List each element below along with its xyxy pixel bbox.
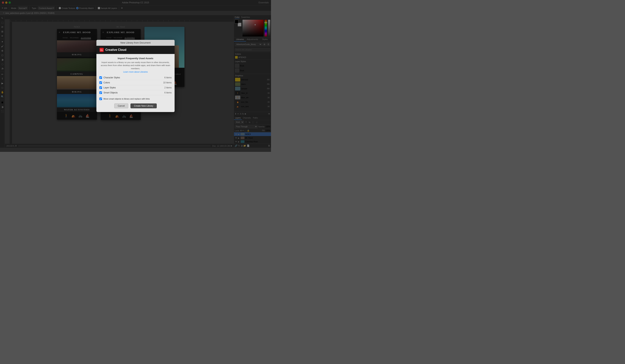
svg-text:Cc: Cc (100, 49, 103, 51)
modal-section-title: Import Frequently Used Assets (99, 57, 172, 60)
modal-smart-objects: Smart Objects 6 items (99, 90, 172, 95)
character-styles-checkbox[interactable] (99, 76, 102, 79)
cc-title: Creative Cloud (105, 48, 126, 52)
colors-label: Colors (103, 81, 163, 84)
colors-checkbox[interactable] (99, 81, 102, 84)
smart-objects-label: Smart Objects (103, 91, 164, 94)
cancel-button[interactable]: Cancel (114, 103, 128, 108)
colors-count: 10 items (163, 81, 172, 84)
smart-objects-checkbox[interactable] (99, 91, 102, 94)
layer-styles-checkbox[interactable] (99, 86, 102, 89)
modal-layer-styles: Layer Styles 2 items (99, 85, 172, 90)
modal-header: New Library from Document (96, 40, 175, 46)
create-new-library-button[interactable]: Create New Library (130, 103, 157, 108)
smart-obj-move-checkbox[interactable] (99, 97, 102, 100)
modal-body: Import Frequently Used Assets Import ass… (96, 54, 175, 112)
modal-buttons: Cancel Create New Library (99, 102, 172, 109)
layer-styles-label: Layer Styles (103, 86, 164, 89)
new-library-modal: New Library from Document Cc Creative Cl… (96, 40, 175, 112)
modal-smart-obj-row: Move smart objects to library and replac… (99, 96, 172, 102)
smart-objects-count: 6 items (164, 91, 172, 94)
modal-character-styles: Character Styles 6 items (99, 75, 172, 80)
modal-cc-header: Cc Creative Cloud (96, 46, 175, 54)
cc-logo-icon: Cc (99, 48, 104, 52)
modal-description: Import assets to a library so you can ea… (99, 61, 172, 70)
modal-colors: Colors 10 items (99, 80, 172, 85)
smart-obj-move-label: Move smart objects to library and replac… (103, 98, 150, 100)
character-styles-label: Character Styles (103, 76, 164, 79)
character-styles-count: 6 items (164, 76, 172, 79)
layer-styles-count: 2 items (164, 86, 172, 89)
modal-title: New Library from Document (121, 41, 151, 44)
modal-overlay[interactable]: New Library from Document Cc Creative Cl… (0, 0, 271, 152)
modal-learn-link[interactable]: Learn more about Libraries (99, 71, 172, 73)
